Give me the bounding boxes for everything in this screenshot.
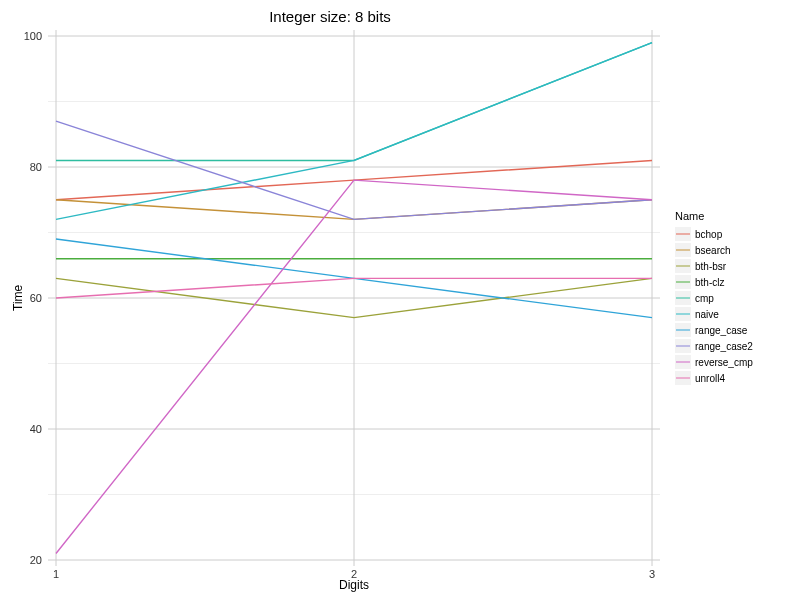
- legend-item: bchop: [675, 226, 790, 242]
- y-tick-label: 20: [30, 554, 42, 566]
- legend-label: bchop: [695, 229, 722, 240]
- chart-plot: 20406080100123: [48, 30, 660, 566]
- legend-swatch: [675, 355, 691, 369]
- legend-swatch: [675, 339, 691, 353]
- chart-title: Integer size: 8 bits: [0, 8, 660, 25]
- y-axis-label: Time: [10, 30, 26, 566]
- legend-swatch: [675, 243, 691, 257]
- legend-item: range_case: [675, 322, 790, 338]
- legend-label: bth-bsr: [695, 261, 726, 272]
- legend-swatch: [675, 323, 691, 337]
- legend-label: range_case: [695, 325, 747, 336]
- legend-item: bth-bsr: [675, 258, 790, 274]
- legend-item: reverse_cmp: [675, 354, 790, 370]
- legend-item: unroll4: [675, 370, 790, 386]
- legend-item: naive: [675, 306, 790, 322]
- legend-item: bth-clz: [675, 274, 790, 290]
- legend-label: naive: [695, 309, 719, 320]
- legend-label: bsearch: [695, 245, 731, 256]
- legend-item: cmp: [675, 290, 790, 306]
- legend-title: Name: [675, 210, 790, 222]
- chart-container: Integer size: 8 bits 20406080100123 Time…: [0, 0, 800, 600]
- y-tick-label: 40: [30, 423, 42, 435]
- legend-label: range_case2: [695, 341, 753, 352]
- legend-swatch: [675, 307, 691, 321]
- legend: Name bchopbsearchbth-bsrbth-clzcmpnaiver…: [675, 210, 790, 386]
- legend-swatch: [675, 371, 691, 385]
- legend-swatch: [675, 227, 691, 241]
- legend-label: unroll4: [695, 373, 725, 384]
- y-tick-label: 100: [24, 30, 42, 42]
- y-tick-label: 60: [30, 292, 42, 304]
- legend-label: reverse_cmp: [695, 357, 753, 368]
- y-tick-label: 80: [30, 161, 42, 173]
- legend-item: range_case2: [675, 338, 790, 354]
- legend-swatch: [675, 275, 691, 289]
- legend-label: cmp: [695, 293, 714, 304]
- legend-swatch: [675, 291, 691, 305]
- x-axis-label: Digits: [48, 578, 660, 592]
- legend-item: bsearch: [675, 242, 790, 258]
- legend-swatch: [675, 259, 691, 273]
- legend-label: bth-clz: [695, 277, 724, 288]
